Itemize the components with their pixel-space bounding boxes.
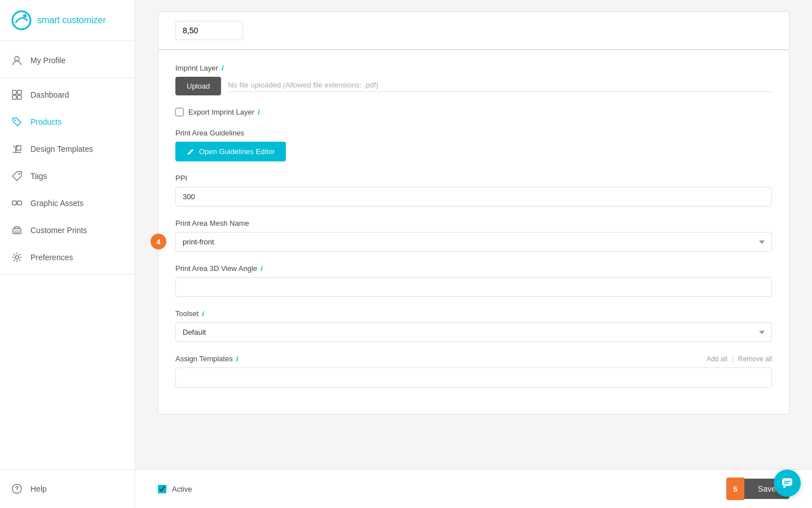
open-guidelines-button[interactable]: Open Guidelines Editor [175,142,286,161]
svg-point-9 [19,173,20,175]
sidebar-label-customer-prints: Customer Prints [30,226,87,235]
step-4-badge: 4 [151,234,166,249]
prints-icon [11,225,23,236]
prefs-icon [11,252,23,263]
app-name: smart customizer [37,15,106,25]
export-imprint-checkbox[interactable] [175,108,184,116]
toolset-group: Toolset i Default Custom [175,309,772,342]
sidebar-label-help: Help [30,484,47,493]
sidebar-item-tags[interactable]: Tags [0,163,135,190]
sidebar-item-graphic-assets[interactable]: Graphic Assets [0,190,135,217]
assign-templates-group: Assign Templates i Add all | Remove all [175,354,772,388]
print-area-3d-label: Print Area 3D View Angle i [175,264,772,273]
sidebar-label-products: Products [30,117,61,126]
assign-templates-label: Assign Templates i [175,354,238,363]
toolset-label: Toolset i [175,309,772,318]
help-icon [11,483,23,494]
design-icon [11,143,23,155]
step-5-badge: 5 [726,478,744,500]
sidebar-item-my-profile[interactable]: My Profile [0,47,135,74]
print-area-guidelines-label: Print Area Guidelines [175,129,772,137]
sidebar-item-help[interactable]: Help [0,475,135,502]
sidebar-item-design-templates[interactable]: Design Templates [0,135,135,163]
toolset-info-icon[interactable]: i [202,309,204,318]
logo-area: smart customizer [0,0,135,41]
sidebar-label-design-templates: Design Templates [30,144,93,154]
sidebar-bottom: Help [0,469,135,508]
chat-icon [781,477,793,489]
assign-templates-input[interactable] [175,367,772,388]
svg-rect-6 [17,95,21,99]
sidebar-label-my-profile: My Profile [30,56,65,65]
export-imprint-row: Export Imprint Layer i [175,108,772,116]
ppi-group: PPI [175,174,772,207]
sidebar-item-preferences[interactable]: Preferences [0,244,135,271]
toolset-select[interactable]: Default Custom [175,322,772,342]
upload-button[interactable]: Upload [175,77,221,95]
sidebar: smart customizer My Profile Dashboard [0,0,135,508]
active-checkbox[interactable] [158,485,166,493]
sidebar-divider-1 [0,77,135,78]
sidebar-label-tags: Tags [30,172,47,181]
chat-button[interactable] [774,470,801,497]
ppi-label: PPI [175,174,772,182]
sidebar-label-dashboard: Dashboard [30,90,69,99]
export-imprint-info-icon[interactable]: i [258,108,260,116]
assign-templates-info-icon[interactable]: i [236,354,239,363]
sidebar-nav: My Profile Dashboard Products [0,41,135,469]
upload-hint: No file uploaded (Allowed file extension… [228,81,772,92]
print-area-mesh-select[interactable]: print-front print-back print-left print-… [175,232,772,252]
print-area-guidelines-group: Print Area Guidelines Open Guidelines Ed… [175,129,772,161]
dimension-input[interactable] [175,21,243,40]
svg-point-17 [16,491,17,492]
assets-icon [11,198,23,209]
user-icon [11,55,23,66]
svg-point-15 [15,256,19,259]
svg-rect-3 [12,90,16,94]
active-row: Active [158,485,192,493]
edit-icon [187,148,195,156]
add-all-link[interactable]: Add all [707,355,727,363]
print-area-3d-group: Print Area 3D View Angle i [175,264,772,297]
sidebar-item-products[interactable]: Products [0,108,135,135]
main-content: Imprint Layer i Upload No file uploaded … [135,0,812,508]
imprint-layer-info-icon[interactable]: i [222,64,224,72]
tag-icon [11,116,23,128]
svg-point-7 [15,120,16,121]
sidebar-divider-2 [0,274,135,275]
svg-rect-11 [17,201,21,205]
imprint-layer-group: Imprint Layer i Upload No file uploaded … [175,64,772,95]
sidebar-item-dashboard[interactable]: Dashboard [0,81,135,108]
svg-rect-10 [12,201,16,205]
upload-row: Upload No file uploaded (Allowed file ex… [175,77,772,95]
export-imprint-label: Export Imprint Layer i [188,108,260,116]
svg-rect-14 [15,231,19,233]
print-area-mesh-group: Print Area Mesh Name 4 print-front print… [175,219,772,252]
content-area: Imprint Layer i Upload No file uploaded … [135,0,812,459]
print-area-3d-input[interactable] [175,277,772,297]
dimension-card [158,11,789,50]
sidebar-label-preferences: Preferences [30,253,73,262]
tags-icon [11,170,23,182]
svg-point-1 [23,14,27,17]
svg-rect-5 [12,95,16,99]
sidebar-label-graphic-assets: Graphic Assets [30,199,83,208]
app-logo-icon [11,10,32,30]
dashboard-icon [11,89,23,100]
assign-templates-header: Assign Templates i Add all | Remove all [175,354,772,363]
sidebar-item-customer-prints[interactable]: Customer Prints [0,217,135,244]
svg-point-2 [15,56,19,61]
print-area-3d-info-icon[interactable]: i [261,264,263,273]
print-area-mesh-label: Print Area Mesh Name [175,219,772,227]
ppi-input[interactable] [175,187,772,207]
active-label: Active [172,485,192,493]
form-card: Imprint Layer i Upload No file uploaded … [158,50,789,414]
svg-rect-4 [17,90,21,94]
assign-templates-actions: Add all | Remove all [707,355,772,363]
actions-divider: | [732,355,734,363]
remove-all-link[interactable]: Remove all [738,355,772,363]
bottom-bar: Active 5 Save [135,469,812,508]
imprint-layer-label: Imprint Layer i [175,64,772,72]
